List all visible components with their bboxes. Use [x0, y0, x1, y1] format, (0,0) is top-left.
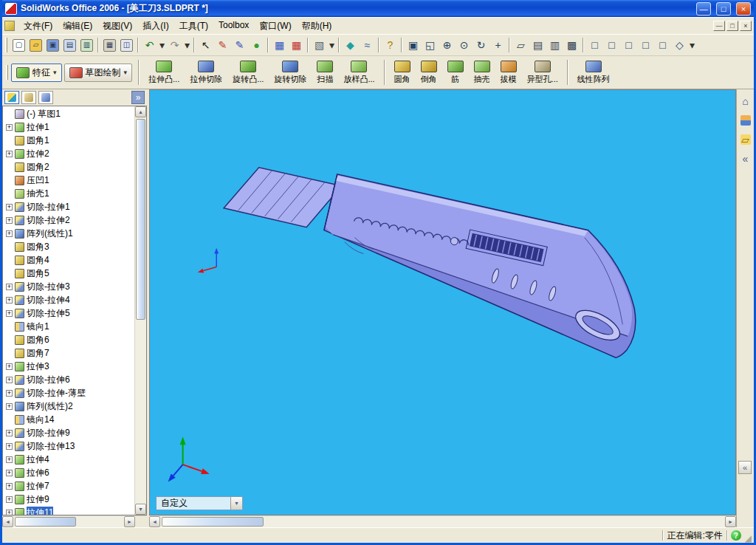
expand-plus-icon[interactable]: + [6, 124, 13, 131]
view-orientation-combo[interactable]: 自定义 ▼ [156, 496, 243, 510]
rotate-view-button[interactable]: ↻ [472, 36, 489, 54]
viewport[interactable]: 自定义 ▼ [149, 89, 736, 515]
expand-plus-icon[interactable]: + [6, 510, 13, 515]
scroll-right-button[interactable]: ► [124, 516, 135, 527]
scroll-down-button[interactable]: ▼ [135, 504, 146, 515]
loft-button[interactable]: 放样凸... [338, 59, 379, 86]
menu-edit[interactable]: 编辑(E) [58, 18, 97, 35]
tree-item-27[interactable]: +拉伸6 [3, 466, 134, 479]
panel-flyout-button[interactable]: » [131, 91, 145, 104]
menu-file[interactable]: 文件(F) [18, 18, 58, 35]
scroll-up-button[interactable]: ▲ [135, 106, 146, 117]
extrude-cut-button[interactable]: 拉伸切除 [185, 59, 227, 86]
menu-tools[interactable]: 工具(T) [174, 18, 213, 35]
restore-button[interactable]: □ [716, 2, 731, 16]
hole-table-button[interactable]: ▦ [288, 36, 305, 54]
expand-plus-icon[interactable]: + [6, 310, 13, 317]
sketch-mode-toggle-button[interactable]: 草图绘制▾ [64, 64, 133, 82]
tree-item-30[interactable]: +拉伸11 [3, 506, 134, 515]
tree-vertical-scrollbar[interactable]: ▲ ▼ [134, 106, 146, 515]
wireframe-button[interactable]: ▱ [512, 36, 529, 54]
home-button[interactable]: ⌂ [738, 94, 753, 109]
sweep-button[interactable]: 扫描 [312, 59, 338, 86]
scroll-thumb[interactable] [15, 517, 76, 527]
hidden-lines-removed-button[interactable]: ▥ [546, 36, 563, 54]
viewport-horizontal-scrollbar[interactable]: ◄ ► [149, 515, 736, 527]
expand-plus-icon[interactable]: + [6, 470, 13, 476]
tree-horizontal-scrollbar[interactable]: ◄ ► [2, 515, 147, 527]
revolve-boss-button[interactable]: 旋转凸... [227, 59, 269, 86]
toolbar-grip[interactable] [5, 38, 7, 52]
toolbar-grip[interactable] [6, 65, 8, 80]
standard-views-arrow-button[interactable]: ▾ [688, 36, 696, 54]
view-right-button[interactable]: □ [637, 36, 654, 54]
shaded-button[interactable]: ▩ [563, 36, 580, 54]
expand-plus-icon[interactable]: + [6, 377, 13, 383]
expand-plus-icon[interactable]: + [6, 217, 13, 224]
tree-item-12[interactable]: 圆角5 [3, 267, 134, 280]
resize-grip-icon[interactable]: ◢ [745, 534, 752, 543]
file-explorer-button[interactable]: ▱ [738, 132, 753, 147]
view-top-button[interactable]: □ [654, 36, 671, 54]
shell-button[interactable]: 抽壳 [469, 59, 495, 86]
menu-help[interactable]: 帮助(H) [297, 18, 337, 35]
reference-geometry-button[interactable]: ◆ [342, 36, 359, 54]
tree-item-6[interactable]: 抽壳1 [3, 187, 134, 200]
scroll-right-button[interactable]: ► [725, 516, 736, 527]
tree-item-11[interactable]: 圆角4 [3, 253, 134, 267]
close-button[interactable]: × [736, 2, 751, 16]
redo-options-arrow-button[interactable]: ▾ [183, 36, 191, 54]
linear-pattern-button[interactable]: 线性阵列 [572, 59, 615, 86]
minimize-button[interactable]: — [696, 2, 711, 16]
menu-window[interactable]: 窗口(W) [254, 18, 296, 35]
edit-color-button[interactable]: ● [248, 36, 265, 54]
tree-item-29[interactable]: +拉伸9 [3, 493, 134, 506]
save-button[interactable]: ▣ [44, 36, 61, 54]
print-preview-button[interactable]: ◫ [118, 36, 135, 54]
zoom-in-out-button[interactable]: ⊕ [439, 36, 456, 54]
scroll-thumb[interactable] [162, 517, 264, 527]
hidden-lines-visible-button[interactable]: ▤ [529, 36, 546, 54]
zoom-to-selection-button[interactable]: ⊙ [456, 36, 472, 54]
chamfer-button[interactable]: 倒角 [416, 59, 442, 86]
expand-plus-icon[interactable]: + [6, 496, 13, 503]
expand-plus-icon[interactable]: + [6, 363, 13, 370]
expand-plus-icon[interactable]: + [6, 403, 13, 410]
expand-plus-icon[interactable]: + [6, 151, 13, 157]
featuremanager-tab[interactable] [4, 91, 19, 104]
design-table-button[interactable]: ▦ [271, 36, 288, 54]
pan-button[interactable]: + [489, 36, 506, 54]
zoom-to-fit-button[interactable]: ▣ [405, 36, 422, 54]
expand-plus-icon[interactable]: + [6, 204, 13, 210]
sketch-tools-button[interactable]: ▧ [311, 36, 328, 54]
tree-item-26[interactable]: +拉伸4 [3, 453, 134, 466]
revolve-cut-button[interactable]: 旋转切除 [269, 59, 312, 86]
print-button[interactable]: ▦ [101, 36, 118, 54]
scroll-track[interactable] [160, 516, 725, 527]
combo-dropdown-button[interactable]: ▼ [230, 497, 242, 510]
tree-item-4[interactable]: 圆角2 [3, 160, 134, 174]
scroll-left-button[interactable]: ◄ [2, 516, 13, 527]
curve-button[interactable]: ≈ [359, 36, 376, 54]
view-left-button[interactable]: □ [620, 36, 637, 54]
scroll-track[interactable] [135, 117, 146, 504]
tree-item-15[interactable]: +切除-拉伸5 [3, 306, 134, 320]
mdi-close-button[interactable]: × [740, 21, 752, 31]
extrude-boss-button[interactable]: 拉伸凸... [143, 59, 185, 86]
zoom-to-area-button[interactable]: ◱ [422, 36, 439, 54]
sketch-tools-arrow-button[interactable]: ▾ [328, 36, 336, 54]
make-drawing-from-part-button[interactable]: ▤ [61, 36, 78, 54]
expand-plus-icon[interactable]: + [6, 230, 13, 237]
design-library-button[interactable] [738, 113, 753, 128]
model-canvas[interactable] [150, 90, 735, 515]
tree-item-14[interactable]: +切除-拉伸4 [3, 293, 134, 306]
tree-item-2[interactable]: 圆角1 [3, 134, 134, 147]
features-toggle-button[interactable]: 特征▾ [11, 64, 62, 82]
3d-sketch-button[interactable]: ✎ [231, 36, 248, 54]
tree-item-28[interactable]: +拉伸7 [3, 479, 134, 493]
rib-button[interactable]: 筋 [442, 59, 469, 86]
scroll-left-button[interactable]: ◄ [149, 516, 160, 527]
tree-item-24[interactable]: +切除-拉伸9 [3, 426, 134, 439]
menu-toolbox[interactable]: Toolbox [213, 18, 254, 35]
tree-item-1[interactable]: +拉伸1 [3, 120, 134, 134]
